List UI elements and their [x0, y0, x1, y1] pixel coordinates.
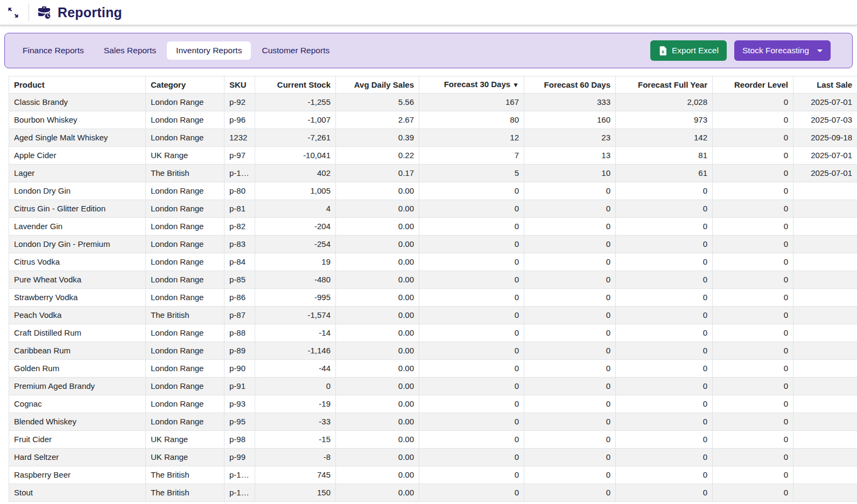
column-header-label: Product [14, 80, 45, 89]
cell-category: London Range [146, 182, 224, 200]
cell-category: London Range [146, 378, 224, 395]
cell-product: Hard Seltzer [9, 449, 146, 466]
cell-sku: p-97 [224, 147, 255, 165]
table-row: Aged Single Malt WhiskeyLondon Range1232… [9, 129, 857, 147]
cell-product: Citrus Gin - Glitter Edition [9, 200, 146, 218]
cell-reorder-level: 0 [713, 289, 793, 307]
cell-reorder-level: 0 [713, 218, 793, 236]
cell-forecast-full-year: 2,028 [616, 94, 713, 111]
cell-avg-daily-sales: 0.00 [336, 342, 419, 360]
cell-current-stock: -7,261 [255, 129, 336, 147]
cell-sku: p-80 [224, 182, 255, 200]
cell-forecast-full-year: 0 [616, 307, 713, 324]
export-excel-button[interactable]: x Export Excel [650, 40, 727, 61]
tab-finance-reports[interactable]: Finance Reports [13, 41, 93, 60]
column-header-sku[interactable]: SKU [224, 76, 255, 94]
cell-forecast-full-year: 0 [616, 378, 713, 395]
cell-last-sale [793, 324, 857, 342]
cell-forecast-60-days: 0 [524, 466, 616, 484]
cell-sku: p-88 [224, 324, 255, 342]
tab-inventory-reports[interactable]: Inventory Reports [167, 41, 251, 60]
cell-reorder-level: 0 [713, 165, 793, 182]
cell-forecast-60-days: 0 [524, 289, 616, 307]
cell-product: London Dry Gin [9, 182, 146, 200]
cell-reorder-level: 0 [713, 413, 793, 431]
cell-current-stock: -15 [255, 431, 336, 449]
cell-sku: p-91 [224, 378, 255, 395]
cell-reorder-level: 0 [713, 111, 793, 129]
cell-forecast-full-year: 0 [616, 342, 713, 360]
cell-last-sale: 2025-07-01 [793, 165, 857, 182]
cell-avg-daily-sales: 0.00 [336, 378, 419, 395]
column-header-category[interactable]: Category [146, 76, 224, 94]
cell-forecast-60-days: 10 [524, 165, 616, 182]
column-header-forecast-30-days[interactable]: Forecast 30 Days▼ [419, 76, 524, 94]
cell-forecast-30-days: 167 [419, 94, 524, 111]
cell-current-stock: -254 [255, 236, 336, 253]
inventory-report-table-wrap: ProductCategorySKUCurrent StockAvg Daily… [9, 76, 848, 502]
table-row: Peach VodkaThe Britishp-87-1,5740.000000 [9, 307, 857, 324]
cell-forecast-60-days: 0 [524, 200, 616, 218]
cell-category: London Range [146, 395, 224, 413]
tab-customer-reports[interactable]: Customer Reports [252, 41, 339, 60]
cell-sku: p-93 [224, 395, 255, 413]
cell-current-stock: 0 [255, 378, 336, 395]
cell-avg-daily-sales: 0.00 [336, 253, 419, 271]
cell-forecast-60-days: 0 [524, 395, 616, 413]
table-row: StoutThe Britishp-1041500.000000 [9, 484, 857, 502]
cell-last-sale [793, 236, 857, 253]
cell-current-stock: 4 [255, 200, 336, 218]
cell-forecast-60-days: 0 [524, 253, 616, 271]
table-row: Classic BrandyLondon Rangep-92-1,2555.56… [9, 94, 857, 111]
cell-avg-daily-sales: 0.00 [336, 324, 419, 342]
column-header-last-sale[interactable]: Last Sale [793, 76, 857, 94]
cell-reorder-level: 0 [713, 94, 793, 111]
tab-sales-reports[interactable]: Sales Reports [95, 41, 165, 60]
column-header-avg-daily-sales[interactable]: Avg Daily Sales [336, 76, 419, 94]
cell-reorder-level: 0 [713, 307, 793, 324]
column-header-reorder-level[interactable]: Reorder Level [713, 76, 793, 94]
caret-down-icon [817, 49, 823, 52]
cell-avg-daily-sales: 0.00 [336, 395, 419, 413]
cell-last-sale [793, 307, 857, 324]
cell-current-stock: -1,574 [255, 307, 336, 324]
cell-forecast-60-days: 160 [524, 111, 616, 129]
cell-category: London Range [146, 342, 224, 360]
column-header-forecast-60-days[interactable]: Forecast 60 Days [524, 76, 616, 94]
cell-forecast-30-days: 0 [419, 289, 524, 307]
cell-current-stock: -204 [255, 218, 336, 236]
cell-product: Caribbean Rum [9, 342, 146, 360]
cell-forecast-60-days: 0 [524, 449, 616, 466]
cell-reorder-level: 0 [713, 395, 793, 413]
cell-avg-daily-sales: 0.00 [336, 289, 419, 307]
table-row: London Dry GinLondon Rangep-801,0050.000… [9, 182, 857, 200]
cell-forecast-30-days: 0 [419, 431, 524, 449]
column-header-product[interactable]: Product [9, 76, 146, 94]
cell-category: The British [146, 466, 224, 484]
cell-forecast-30-days: 0 [419, 378, 524, 395]
cell-forecast-30-days: 0 [419, 236, 524, 253]
cell-current-stock: -995 [255, 289, 336, 307]
column-header-label: Forecast Full Year [638, 80, 707, 89]
column-header-forecast-full-year[interactable]: Forecast Full Year [616, 76, 713, 94]
cell-product: Strawberry Vodka [9, 289, 146, 307]
cell-forecast-60-days: 333 [524, 94, 616, 111]
expand-arrows-icon[interactable] [7, 6, 19, 18]
cell-avg-daily-sales: 5.56 [336, 94, 419, 111]
cell-forecast-60-days: 0 [524, 342, 616, 360]
cell-forecast-full-year: 0 [616, 253, 713, 271]
report-tabs: Finance ReportsSales ReportsInventory Re… [13, 41, 339, 60]
table-row: Citrus Gin - Glitter EditionLondon Range… [9, 200, 857, 218]
cell-last-sale [793, 484, 857, 502]
column-header-current-stock[interactable]: Current Stock [255, 76, 336, 94]
cell-category: London Range [146, 413, 224, 431]
cell-forecast-full-year: 81 [616, 147, 713, 165]
cell-avg-daily-sales: 0.00 [336, 307, 419, 324]
cell-product: Cognac [9, 395, 146, 413]
cell-sku: p-85 [224, 271, 255, 289]
cell-forecast-60-days: 0 [524, 484, 616, 502]
cell-forecast-full-year: 0 [616, 182, 713, 200]
stock-forecasting-button[interactable]: Stock Forecasting [734, 40, 831, 61]
cell-forecast-full-year: 0 [616, 395, 713, 413]
cell-product: Peach Vodka [9, 307, 146, 324]
